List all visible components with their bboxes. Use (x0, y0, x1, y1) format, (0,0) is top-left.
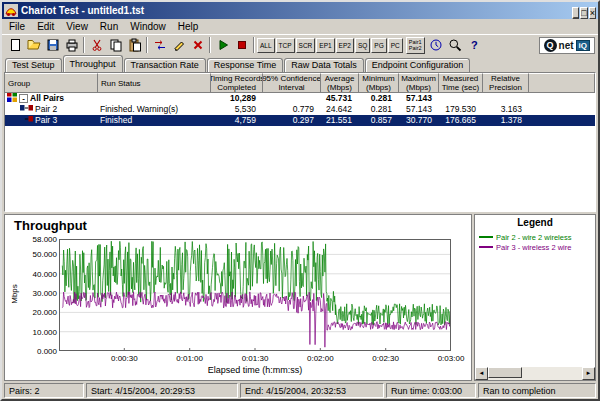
tab-endpoint-configuration[interactable]: Endpoint Configuration (365, 58, 471, 72)
new-document-button[interactable] (5, 36, 24, 54)
filter-ep1-button[interactable]: EP1 (316, 38, 334, 53)
x-tick-label: 0:01:30 (233, 354, 277, 363)
tab-bar: Test SetupThroughputTransaction RateResp… (2, 55, 598, 72)
netiq-q-icon: Q (544, 39, 557, 52)
scroll-left-icon[interactable]: ◄ (475, 367, 488, 380)
column-header-min[interactable]: Minimum(Mbps) (359, 73, 399, 93)
table-row-pair-2[interactable]: Pair 2Finished. Warning(s)5,5300.77924.6… (5, 104, 595, 115)
scrollbar-thumb[interactable] (488, 367, 522, 378)
menu-item-help[interactable]: Help (172, 20, 205, 33)
zoom-button[interactable] (446, 36, 465, 54)
scroll-right-icon[interactable]: ► (582, 367, 595, 380)
tab-raw-data-totals[interactable]: Raw Data Totals (284, 58, 363, 72)
poll-endpoints-icon (429, 38, 443, 52)
filter-tcp-button[interactable]: TCP (276, 38, 295, 53)
menu-item-window[interactable]: Window (124, 20, 172, 33)
column-header-line: Time (sec) (442, 83, 479, 92)
scrollbar-track[interactable] (488, 367, 582, 380)
legend-scrollbar[interactable]: ◄ ► (475, 367, 595, 380)
cell-ci: 0.297 (263, 115, 321, 126)
poll-endpoints-button[interactable] (427, 36, 446, 54)
add-pair-button[interactable] (150, 36, 169, 54)
column-header-avg[interactable]: Average(Mbps) (321, 73, 359, 93)
cell-run_status: Finished (98, 115, 211, 126)
tab-throughput[interactable]: Throughput (63, 55, 123, 72)
paste-button[interactable] (125, 36, 144, 54)
edit-pair-button[interactable] (169, 36, 188, 54)
filter-pc-button[interactable]: PC (388, 38, 403, 53)
tab-test-setup[interactable]: Test Setup (5, 58, 62, 72)
status-run-time: Run time: 0:03:00 (386, 383, 476, 398)
x-tick-label: 0:00:30 (102, 354, 146, 363)
print-button[interactable] (62, 36, 81, 54)
cell-filler (529, 93, 595, 104)
legend-title: Legend (475, 215, 595, 228)
menu-item-run[interactable]: Run (94, 20, 124, 33)
window-title: Chariot Test - untitled1.tst (21, 5, 571, 16)
cell-run_status: Finished. Warning(s) (98, 104, 211, 115)
menu-item-view[interactable]: View (60, 20, 94, 33)
column-header-records[interactable]: Timing RecordsCompleted (211, 73, 263, 93)
toolbar-separator (146, 37, 148, 53)
cell-ci (263, 93, 321, 104)
column-header-run_status[interactable]: Run Status (98, 73, 211, 93)
new-document-icon (8, 38, 22, 52)
stop-test-icon (235, 38, 249, 52)
menu-item-file[interactable]: File (3, 20, 31, 33)
cell-records: 4,759 (211, 115, 263, 126)
netiq-logo: Q net iQ (539, 37, 595, 54)
tree-collapse-toggle[interactable]: - (19, 94, 28, 103)
column-header-line: Measured (443, 74, 479, 83)
filter-sq-button[interactable]: SQ (355, 38, 370, 53)
restore-button[interactable]: □ (580, 7, 587, 19)
filter-pg-button[interactable]: PG (371, 38, 386, 53)
column-header-ci[interactable]: 95% ConfidenceInterval (263, 73, 321, 93)
save-icon (46, 38, 60, 52)
filter-all-button[interactable]: ALL (257, 38, 275, 53)
pair-filter-button[interactable]: Pair1Pair2 (406, 37, 425, 54)
chart-title: Throughput (14, 218, 87, 233)
filter-ep2-button[interactable]: EP2 (336, 38, 354, 53)
toolbar-separator (83, 37, 85, 53)
column-header-group[interactable]: Group (5, 73, 98, 93)
x-tick-label: 0:01:00 (168, 354, 212, 363)
status-completion: Ran to completion (478, 383, 596, 398)
stop-test-button[interactable] (232, 36, 251, 54)
legend-swatch-icon (479, 246, 493, 248)
column-header-line: Timing Records (211, 74, 263, 83)
tab-transaction-rate[interactable]: Transaction Rate (124, 58, 206, 72)
cell-run_status (98, 93, 211, 104)
y-tick-label: 58.000 (17, 235, 57, 244)
legend-item[interactable]: Pair 3 - wireless 2 wire (479, 242, 594, 252)
title-bar[interactable]: Chariot Test - untitled1.tst _□× (2, 2, 598, 19)
close-button[interactable]: × (589, 7, 596, 19)
cell-filler (529, 115, 595, 126)
column-header-max[interactable]: Maximum(Mbps) (399, 73, 439, 93)
status-bar: Pairs: 2 Start: 4/15/2004, 20:29:53 End:… (2, 382, 598, 399)
cut-button[interactable] (87, 36, 106, 54)
toolbar-filter-group: ALLTCPSCREP1EP2SQPGPC (257, 38, 404, 53)
y-tick-label: 40.000 (17, 270, 57, 279)
menu-item-edit[interactable]: Edit (31, 20, 60, 33)
save-button[interactable] (43, 36, 62, 54)
column-header-time[interactable]: MeasuredTime (sec) (439, 73, 483, 93)
legend-label: Pair 2 - wire 2 wireless (496, 233, 571, 242)
filter-scr-button[interactable]: SCR (296, 38, 316, 53)
help-button[interactable]: ? (465, 36, 484, 54)
open-folder-button[interactable] (24, 36, 43, 54)
run-test-button[interactable] (213, 36, 232, 54)
tab-response-time[interactable]: Response Time (207, 58, 284, 72)
copy-button[interactable] (106, 36, 125, 54)
column-header-precision[interactable]: RelativePrecision (483, 73, 529, 93)
minimize-button[interactable]: _ (572, 7, 579, 19)
cell-avg: 45.731 (321, 93, 359, 104)
netiq-net-text: net (559, 40, 574, 51)
legend-item[interactable]: Pair 2 - wire 2 wireless (479, 232, 594, 242)
svg-text:?: ? (471, 39, 478, 51)
table-row-all-pairs[interactable]: -All Pairs10,28945.7310.28157.143 (5, 93, 595, 104)
delete-pair-button[interactable] (188, 36, 207, 54)
edit-pair-icon (172, 38, 186, 52)
column-header-line: Relative (491, 74, 520, 83)
column-header-line: (Mbps) (366, 83, 391, 92)
table-row-pair-3[interactable]: Pair 3Finished4,7590.29721.5510.85730.77… (5, 115, 595, 126)
